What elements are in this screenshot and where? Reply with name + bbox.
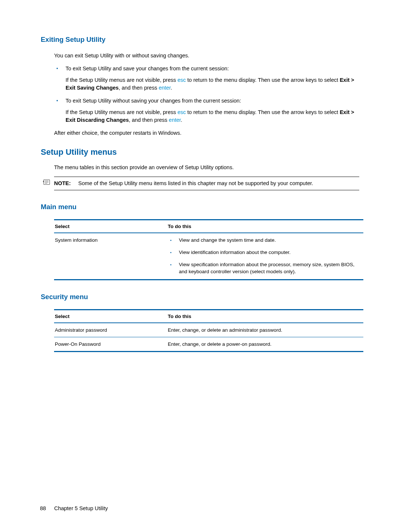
table-row: System information View and change the s…: [54, 233, 363, 280]
bullet1-sub: If the Setup Utility menus are not visib…: [66, 76, 359, 92]
key-enter: enter: [159, 85, 170, 91]
note-icon: [43, 179, 50, 185]
col-select: Select: [54, 310, 167, 323]
section2-intro-wrap: The menu tables in this section provide …: [41, 164, 359, 171]
text: to return to the menu display. Then use …: [186, 109, 340, 115]
intro-text: You can exit Setup Utility with or witho…: [54, 52, 359, 60]
security-menu-table: Select To do this Administrator password…: [54, 309, 363, 352]
cell-to-do: Enter, change, or delete a power-on pass…: [167, 337, 363, 351]
chapter-label: Chapter 5 Setup Utility: [54, 505, 108, 511]
note-label: NOTE:: [54, 180, 71, 186]
list-item: To exit Setup Utility and save your chan…: [54, 65, 359, 92]
text: If the Setup Utility menus are not visib…: [66, 77, 177, 83]
note-text: Some of the Setup Utility menu items lis…: [78, 180, 313, 186]
section-setup-utility-menus: Setup Utility menus The menu tables in t…: [41, 147, 359, 190]
col-to-do-this: To do this: [167, 310, 363, 323]
text: If the Setup Utility menus are not visib…: [66, 109, 177, 115]
bullet2-sub: If the Setup Utility menus are not visib…: [66, 108, 359, 124]
text: , and then press: [129, 117, 169, 123]
cell-to-do: View and change the system time and date…: [167, 233, 363, 280]
cell-select: System information: [54, 233, 167, 280]
section-security-menu: Security menu Select To do this Administ…: [41, 293, 359, 352]
text: , and then press: [119, 85, 159, 91]
list-item: To exit Setup Utility without saving you…: [54, 97, 359, 124]
section1-body: You can exit Setup Utility with or witho…: [41, 52, 359, 137]
table-row: Administrator password Enter, change, or…: [54, 323, 363, 337]
page-footer: 88 Chapter 5 Setup Utility: [40, 505, 108, 511]
main-menu-table: Select To do this System information Vie…: [54, 219, 363, 280]
cell-select: Administrator password: [54, 323, 167, 337]
list-item: View and change the system time and date…: [168, 237, 361, 244]
list-item: View specification information about the…: [168, 261, 361, 275]
heading-exiting: Exiting Setup Utility: [41, 36, 359, 44]
key-enter: enter: [169, 117, 181, 123]
bullet1-lead: To exit Setup Utility and save your chan…: [66, 66, 229, 71]
heading-security-menu: Security menu: [41, 293, 359, 301]
key-esc: esc: [177, 77, 186, 83]
text: .: [181, 117, 182, 123]
text: .: [171, 85, 172, 91]
table-row: Power-On Password Enter, change, or dele…: [54, 337, 363, 351]
exit-options-list: To exit Setup Utility and save your chan…: [54, 65, 359, 124]
section-main-menu: Main menu Select To do this System infor…: [41, 203, 359, 280]
section2-intro: The menu tables in this section provide …: [54, 164, 359, 171]
text: to return to the menu display. Then use …: [186, 77, 340, 83]
after-choice-text: After either choice, the computer restar…: [54, 129, 359, 137]
bullet2-lead: To exit Setup Utility without saving you…: [66, 98, 241, 104]
heading-setup-utility-menus: Setup Utility menus: [41, 147, 359, 157]
key-esc: esc: [177, 109, 186, 115]
cell-to-do: Enter, change, or delete an administrato…: [167, 323, 363, 337]
heading-main-menu: Main menu: [41, 203, 359, 211]
page-number: 88: [40, 505, 46, 511]
col-select: Select: [54, 220, 167, 233]
list-item: View identification information about th…: [168, 249, 361, 256]
note-block: NOTE: Some of the Setup Utility menu ite…: [54, 177, 359, 190]
row-bullets: View and change the system time and date…: [168, 237, 361, 275]
col-to-do-this: To do this: [167, 220, 363, 233]
section-exiting-setup-utility: Exiting Setup Utility You can exit Setup…: [41, 36, 359, 137]
cell-select: Power-On Password: [54, 337, 167, 351]
